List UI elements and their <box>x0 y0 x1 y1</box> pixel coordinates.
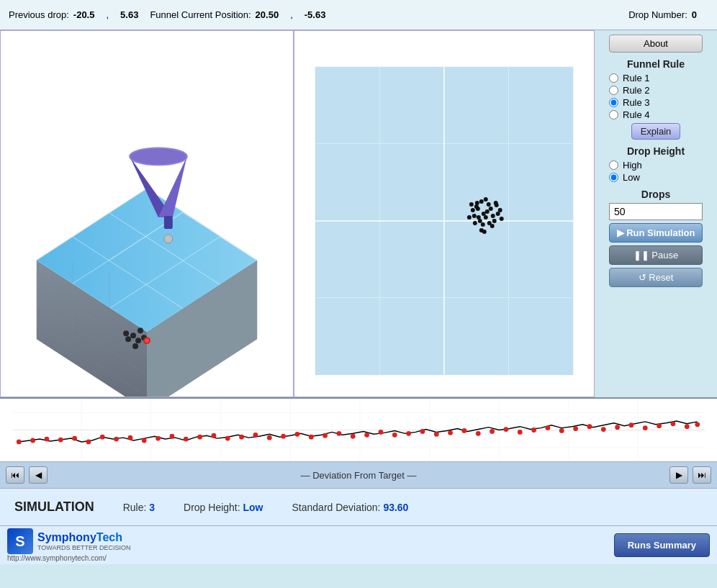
rule3-option[interactable]: Rule 3 <box>609 97 703 108</box>
drop-height-label: Drop Height: <box>184 502 240 513</box>
svg-point-70 <box>475 201 479 205</box>
svg-point-132 <box>657 423 662 428</box>
svg-point-111 <box>364 433 369 438</box>
rule-label: Rule: <box>123 502 147 513</box>
svg-point-71 <box>495 203 499 207</box>
svg-point-99 <box>197 435 202 440</box>
logo-text-area: SymphonyTech TOWARDS BETTER DECISION <box>37 531 131 551</box>
rule4-radio[interactable] <box>609 110 618 119</box>
svg-point-98 <box>184 437 189 442</box>
svg-point-135 <box>695 422 700 427</box>
drop-number-value: 0 <box>692 9 697 20</box>
first-button[interactable]: ⏮ <box>6 466 24 484</box>
logo-area: S SymphonyTech TOWARDS BETTER DECISION h… <box>7 528 131 562</box>
prev-drop-y: 5.63 <box>120 9 138 20</box>
deviation-chart <box>0 397 717 462</box>
reset-button[interactable]: ↺ Reset <box>609 268 703 287</box>
svg-point-54 <box>478 219 482 223</box>
rule4-option[interactable]: Rule 4 <box>609 109 703 120</box>
svg-point-28 <box>135 338 141 343</box>
rule1-radio[interactable] <box>609 73 618 83</box>
deviation-label: — Deviation From Target — <box>52 470 665 481</box>
drop-height-title: Drop Height <box>627 145 685 157</box>
svg-point-96 <box>155 436 161 441</box>
funnel-y: -5.63 <box>305 9 326 20</box>
funnel-rule-title: Funnel Rule <box>627 58 685 70</box>
svg-point-31 <box>132 343 138 349</box>
rule1-option[interactable]: Rule 1 <box>609 73 703 83</box>
svg-point-51 <box>472 214 477 218</box>
svg-point-95 <box>142 438 147 443</box>
height-high-radio[interactable] <box>609 160 618 170</box>
svg-point-120 <box>490 429 495 434</box>
svg-point-60 <box>476 207 480 211</box>
svg-point-124 <box>546 425 551 430</box>
svg-point-115 <box>420 429 425 434</box>
svg-point-106 <box>295 432 300 437</box>
runs-summary-button[interactable]: Runs Summary <box>614 533 710 557</box>
drop-height-group: High Low <box>609 160 703 183</box>
comma2: , <box>290 9 293 20</box>
footer: S SymphonyTech TOWARDS BETTER DECISION h… <box>0 525 717 564</box>
svg-point-126 <box>573 426 578 431</box>
last-button[interactable]: ⏭ <box>693 466 711 484</box>
height-low-radio[interactable] <box>609 173 618 182</box>
svg-point-119 <box>476 431 481 436</box>
svg-point-101 <box>225 436 230 441</box>
svg-point-131 <box>643 425 648 430</box>
svg-point-129 <box>615 425 620 430</box>
svg-point-68 <box>484 215 488 220</box>
svg-point-61 <box>492 219 497 223</box>
svg-point-55 <box>491 214 495 218</box>
height-low-option[interactable]: Low <box>609 172 703 183</box>
svg-point-62 <box>467 215 472 220</box>
rule2-option[interactable]: Rule 2 <box>609 85 703 96</box>
svg-point-35 <box>145 338 149 343</box>
main-area: About Funnel Rule Rule 1 Rule 2 Rule 3 R… <box>0 30 717 397</box>
svg-point-134 <box>685 424 690 429</box>
svg-point-46 <box>485 209 490 214</box>
drop-height-info: Drop Height: Low <box>184 502 263 513</box>
svg-point-26 <box>164 235 173 243</box>
svg-point-110 <box>351 434 356 439</box>
logo-icon: S <box>7 528 33 554</box>
right-panel: About Funnel Rule Rule 1 Rule 2 Rule 3 R… <box>595 30 717 397</box>
rule2-radio[interactable] <box>609 86 618 95</box>
std-dev-label: Standard Deviation: <box>292 502 381 513</box>
svg-rect-25 <box>164 216 173 229</box>
svg-point-97 <box>170 434 175 439</box>
run-simulation-button[interactable]: ▶ Run Simulation <box>609 223 703 243</box>
about-button[interactable]: About <box>609 35 703 53</box>
svg-point-130 <box>629 422 634 428</box>
pause-button[interactable]: ❚❚ Pause <box>609 245 703 265</box>
svg-point-89 <box>58 438 63 443</box>
rule3-label: Rule 3 <box>623 97 650 108</box>
svg-point-117 <box>448 430 453 435</box>
svg-point-88 <box>45 437 50 442</box>
rule-value: 3 <box>149 502 155 513</box>
rule3-radio[interactable] <box>609 98 618 107</box>
svg-point-27 <box>130 333 136 338</box>
next-button[interactable]: ▶ <box>669 466 688 484</box>
svg-point-45 <box>479 199 484 204</box>
drops-title: Drops <box>641 189 670 200</box>
svg-point-104 <box>267 435 272 440</box>
std-dev-value: 93.60 <box>383 502 408 513</box>
height-high-option[interactable]: High <box>609 160 703 171</box>
drops-input[interactable]: 50 <box>609 203 703 220</box>
svg-point-59 <box>481 222 485 227</box>
svg-point-105 <box>281 434 286 439</box>
svg-point-33 <box>137 327 143 333</box>
prev-button[interactable]: ◀ <box>29 466 48 484</box>
svg-point-121 <box>504 427 509 432</box>
scatter-view <box>294 30 595 397</box>
svg-point-58 <box>487 202 491 207</box>
svg-point-113 <box>392 433 397 438</box>
funnel-pos-label: Funnel Current Position: <box>150 9 251 20</box>
logo-main-text: SymphonyTech <box>37 531 131 544</box>
svg-point-47 <box>469 202 474 207</box>
svg-point-102 <box>239 435 244 440</box>
controls-bar: ⏮ ◀ — Deviation From Target — ▶ ⏭ <box>0 462 717 488</box>
top-bar: Previous drop: -20.5 , 5.63 Funnel Curre… <box>0 0 717 30</box>
explain-button[interactable]: Explain <box>631 123 681 140</box>
